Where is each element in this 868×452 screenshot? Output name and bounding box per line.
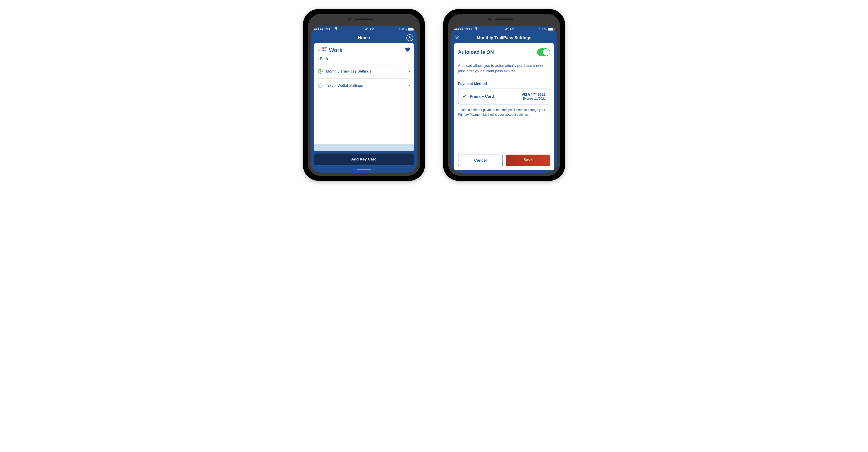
phone-mockup-home: CELL 9:41 AM 100% Home [303,9,425,181]
bottom-strip [314,144,414,151]
chevron-right-icon: › [408,68,410,74]
button-row: Cancel Save [458,153,550,166]
signal-dots-icon [314,29,323,30]
profile-icon[interactable] [406,34,413,41]
autoload-toggle[interactable] [537,49,550,56]
payment-label: Primary Card [470,94,494,99]
row-label: Monthly TrailPass Settings [326,69,371,74]
row-wallet-settings[interactable]: OFF Travel Wallet Settings › [318,79,410,93]
cancel-button[interactable]: Cancel [458,155,503,166]
check-icon [463,94,467,99]
carrier-label: CELL [465,27,473,31]
save-button[interactable]: Save [506,155,550,166]
phone-mockup-settings: CELL 9:41 AM 100% ✕ Monthly TrailPass Se… [443,9,565,181]
autoload-label: Autoload is ON [458,49,494,55]
autoload-description: Autoload allows you to automatically pur… [458,60,550,78]
phone-bezel: CELL 9:41 AM 100% Home [308,14,420,176]
septa-key-logo: SEPTA key [318,49,326,52]
key-card-panel: SEPTA key Work ‹ Back [314,43,414,151]
toggle-knob [543,49,550,56]
phone-bezel: CELL 9:41 AM 100% ✕ Monthly TrailPass Se… [448,14,560,176]
divider [318,93,410,93]
payment-help-text: To use a different payment method, you'l… [458,104,550,120]
payment-method-card[interactable]: Primary Card VISA **** 3521 Expires 11/2… [458,89,550,104]
row-label: Travel Wallet Settings [326,84,363,88]
phone-speaker [355,19,373,20]
autoload-on-icon: $ [318,69,323,74]
carrier-label: CELL [324,27,333,31]
svg-text:$: $ [320,70,321,73]
wifi-icon [334,27,338,31]
battery-percent: 100% [539,27,547,31]
phone-camera [348,18,351,21]
card-title: Work [329,47,342,53]
status-right: 100% [399,27,414,31]
settings-panel: Autoload is ON Autoload allows you to au… [454,43,554,170]
back-link[interactable]: ‹ Back [318,55,410,64]
heart-icon[interactable] [405,47,410,53]
status-bar: CELL 9:41 AM 100% [311,26,417,32]
autoload-toggle-row: Autoload is ON [458,47,550,60]
nav-bar: Home [311,32,417,43]
close-icon[interactable]: ✕ [455,35,459,40]
battery-icon [548,28,554,31]
payment-details: VISA **** 3521 Expires 11/2021 [522,93,546,100]
svg-point-0 [409,37,410,38]
add-key-card-button[interactable]: Add Key Card [314,153,414,165]
back-label: Back [320,57,328,61]
phone-speaker [495,19,513,20]
status-time: 9:41 AM [363,27,374,31]
chevron-left-icon: ‹ [318,57,319,61]
status-time: 9:41 AM [503,27,514,31]
home-indicator [357,169,371,170]
payment-expiry: Expires 11/2021 [522,97,546,100]
screen-trailpass-settings: CELL 9:41 AM 100% ✕ Monthly TrailPass Se… [451,26,557,173]
status-bar: CELL 9:41 AM 100% [451,26,557,32]
screen-home: CELL 9:41 AM 100% Home [311,26,417,173]
payment-card-number: VISA **** 3521 [522,93,546,97]
wifi-icon [474,27,478,31]
autoload-off-icon: OFF [318,83,323,88]
payment-method-label: Payment Method [458,78,550,89]
status-right: 100% [539,27,554,31]
signal-dots-icon [454,29,463,30]
content-area: Autoload is ON Autoload allows you to au… [451,43,557,173]
nav-bar: ✕ Monthly TrailPass Settings [451,32,557,43]
page-title: Monthly TrailPass Settings [477,35,531,40]
card-header: SEPTA key Work [318,47,410,53]
phone-camera [488,18,491,21]
content-area: SEPTA key Work ‹ Back [311,43,417,173]
svg-text:OFF: OFF [319,85,322,87]
status-left: CELL [454,27,478,31]
page-title: Home [358,35,370,40]
battery-percent: 100% [399,27,407,31]
battery-icon [408,28,414,31]
row-trailpass-settings[interactable]: $ Monthly TrailPass Settings › [318,64,410,78]
status-left: CELL [314,27,338,31]
chevron-right-icon: › [408,83,410,89]
